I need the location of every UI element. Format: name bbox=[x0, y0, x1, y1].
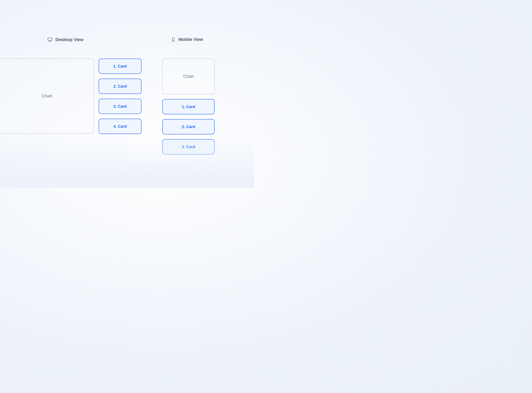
desktop-card-stack: 1. Card 2. Card 3. Card 4. Card bbox=[99, 59, 142, 134]
card-label: 2. Card bbox=[182, 125, 195, 129]
card-label: 3. Card bbox=[113, 104, 127, 109]
mobile-card-2: 2. Card bbox=[162, 119, 215, 134]
mobile-chart-label: Chart bbox=[183, 74, 194, 79]
diagram-canvas: Desktop View Mobile View Chart 1. Card 2… bbox=[0, 0, 254, 188]
desktop-chart-placeholder: Chart bbox=[0, 59, 94, 134]
desktop-layout: Chart 1. Card 2. Card 3. Card 4. Card bbox=[0, 59, 142, 134]
mobile-card-3: 3. Card bbox=[162, 139, 215, 154]
card-label: 1. Card bbox=[113, 64, 127, 69]
mobile-chart-placeholder: Chart bbox=[162, 59, 215, 94]
mobile-icon bbox=[171, 37, 176, 42]
card-label: 2. Card bbox=[113, 84, 127, 89]
desktop-view-header: Desktop View bbox=[47, 37, 84, 42]
desktop-card-4: 4. Card bbox=[99, 119, 142, 134]
desktop-card-2: 2. Card bbox=[99, 79, 142, 94]
svg-rect-0 bbox=[48, 38, 52, 41]
desktop-view-title: Desktop View bbox=[55, 37, 84, 42]
mobile-view-title: Mobile View bbox=[178, 37, 203, 42]
desktop-card-3: 3. Card bbox=[99, 99, 142, 114]
fade-overlay bbox=[0, 137, 254, 188]
card-label: 1. Card bbox=[182, 104, 195, 109]
desktop-card-1: 1. Card bbox=[99, 59, 142, 74]
desktop-icon bbox=[47, 37, 53, 42]
card-label: 4. Card bbox=[113, 124, 127, 129]
card-label: 3. Card bbox=[182, 145, 195, 149]
desktop-chart-label: Chart bbox=[42, 93, 52, 99]
mobile-view-header: Mobile View bbox=[171, 37, 203, 42]
mobile-layout: Chart 1. Card 2. Card 3. Card bbox=[162, 59, 215, 154]
mobile-card-1: 1. Card bbox=[162, 99, 215, 114]
